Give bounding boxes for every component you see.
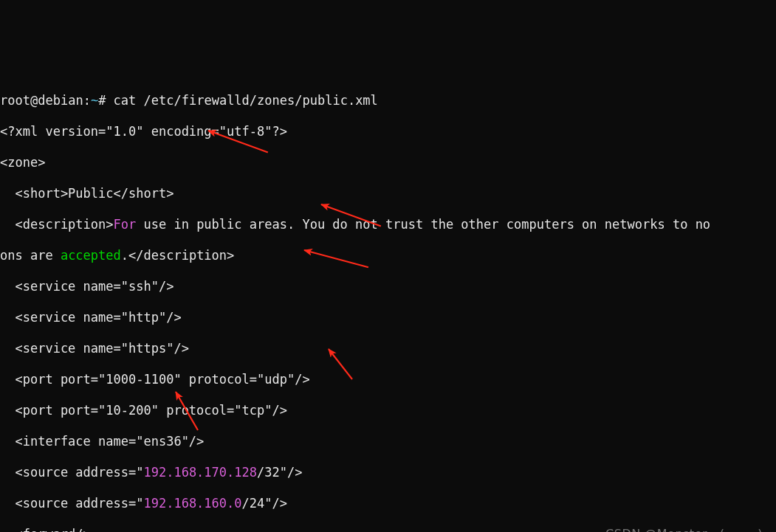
line-prompt-cmd1: root@debian:~# cat /etc/firewalld/zones/… xyxy=(0,93,776,108)
desc-mid1: use in public areas. You do not trust th… xyxy=(136,217,710,232)
xml-svc-http: <service name="http"/> xyxy=(0,310,776,325)
desc-open: <description> xyxy=(0,217,114,232)
prompt-host: debian xyxy=(38,93,83,108)
xml-description-wrap: ons are accepted.</description> xyxy=(0,248,776,263)
prompt-at: @ xyxy=(30,93,38,108)
watermark: CSDN @Monster ( ) xyxy=(605,526,763,532)
xml-interface: <interface name="ens36"/> xyxy=(0,434,776,449)
xml-description: <description>For use in public areas. Yo… xyxy=(0,217,776,232)
desc-for: For xyxy=(114,217,137,232)
prompt-colon: : xyxy=(83,93,91,108)
src1-pre: <source address=" xyxy=(0,465,143,480)
xml-svc-https: <service name="https"/> xyxy=(0,341,776,356)
xml-svc-ssh: <service name="ssh"/> xyxy=(0,279,776,294)
src2-pre: <source address=" xyxy=(0,496,143,511)
prompt-user: root xyxy=(0,93,30,108)
desc-wrap2-post: .</description> xyxy=(121,248,235,263)
xml-short: <short>Public</short> xyxy=(0,186,776,201)
xml-port-tcp: <port port="10-200" protocol="tcp"/> xyxy=(0,403,776,418)
xml-port-udp: <port port="1000-1100" protocol="udp"/> xyxy=(0,372,776,387)
terminal[interactable]: root@debian:~# cat /etc/firewalld/zones/… xyxy=(0,77,776,532)
prompt-symbol: # xyxy=(98,93,113,108)
xml-source-1: <source address="192.168.170.128/32"/> xyxy=(0,465,776,480)
src1-post: /32"/> xyxy=(257,465,302,480)
src1-ip: 192.168.170.128 xyxy=(143,465,257,480)
xml-zone-open: <zone> xyxy=(0,155,776,170)
src2-ip: 192.168.160.0 xyxy=(143,496,241,511)
cmd-cat: cat /etc/firewalld/zones/public.xml xyxy=(114,93,378,108)
desc-wrap2-pre: ons are xyxy=(0,248,61,263)
src2-post: /24"/> xyxy=(242,496,287,511)
prompt-path: ~ xyxy=(91,93,98,108)
xml-source-2: <source address="192.168.160.0/24"/> xyxy=(0,496,776,511)
xml-decl: <?xml version="1.0" encoding="utf-8"?> xyxy=(0,124,776,139)
desc-accepted: accepted xyxy=(61,248,121,263)
